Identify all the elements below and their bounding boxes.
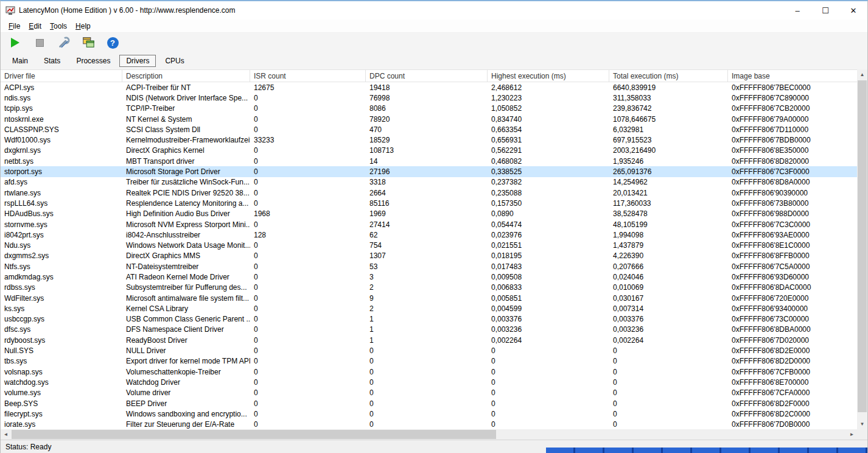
table-row[interactable]: filecrypt.sysWindows sandboxing and encr…	[1, 409, 857, 419]
views-button[interactable]	[81, 35, 96, 50]
table-row[interactable]: tcpip.sysTCP/IP-Treiber080861,050852239,…	[1, 104, 857, 114]
table-row[interactable]: Ndu.sysWindows Network Data Usage Monit.…	[1, 240, 857, 250]
drivers-table: Driver fileDescriptionISR countDPC count…	[1, 69, 857, 429]
table-row[interactable]: HDAudBus.sysHigh Definition Audio Bus Dr…	[1, 209, 857, 219]
table-cell: 2664	[366, 189, 488, 197]
table-row[interactable]: rdyboost.sysReadyBoost Driver010,0022640…	[1, 335, 857, 345]
horizontal-scrollbar[interactable]: ◄ ►	[1, 429, 857, 440]
column-header[interactable]: Total execution (ms)	[609, 70, 728, 82]
table-row[interactable]: WdFilter.sysMicrosoft antimalware file s…	[1, 293, 857, 303]
table-cell: 0,007314	[609, 304, 728, 313]
table-cell: 0,003236	[488, 325, 609, 334]
scroll-right-icon[interactable]: ►	[847, 429, 857, 440]
table-cell: 0	[250, 357, 366, 365]
menu-item-help[interactable]: Help	[71, 21, 95, 32]
table-row[interactable]: rspLLL64.sysResplendence Latency Monitor…	[1, 198, 857, 208]
table-cell: Resplendence Latency Monitoring a...	[122, 199, 250, 208]
column-header[interactable]: Highest execution (ms)	[488, 70, 609, 82]
table-cell: ntoskrnl.exe	[1, 115, 122, 124]
table-row[interactable]: dxgkrnl.sysDirectX Graphics Kernel010871…	[1, 146, 857, 156]
table-row[interactable]: rdbss.sysSubsystemtreiber für Pufferung …	[1, 283, 857, 293]
column-header[interactable]: Driver file	[1, 70, 122, 82]
close-button[interactable]: ✕	[839, 1, 867, 19]
tab-cpus[interactable]: CPUs	[158, 55, 191, 67]
table-header: Driver fileDescriptionISR countDPC count…	[1, 69, 857, 82]
table-cell: 0	[250, 178, 366, 186]
table-cell: 0,663354	[488, 125, 609, 134]
tab-processes[interactable]: Processes	[69, 55, 117, 67]
horizontal-scrollbar-thumb[interactable]	[12, 430, 496, 439]
table-row[interactable]: i8042prt.sysi8042-Anschlusstreiber128620…	[1, 230, 857, 240]
menu-item-edit[interactable]: Edit	[24, 21, 46, 32]
table-row[interactable]: dxgmms2.sysDirectX Graphics MMS013070,01…	[1, 251, 857, 261]
tools-button[interactable]	[57, 35, 71, 50]
column-header[interactable]: Description	[122, 70, 250, 82]
table-cell: 9	[366, 294, 488, 303]
table-row[interactable]: Ntfs.sysNT-Dateisystemtreiber0530,017483…	[1, 261, 857, 272]
table-cell: 0	[250, 167, 366, 176]
table-cell: rtwlane.sys	[1, 189, 122, 197]
tab-drivers[interactable]: Drivers	[119, 55, 156, 67]
table-cell: ReadyBoost Driver	[122, 336, 250, 345]
table-cell: 0	[488, 388, 609, 397]
table-cell: 1,050852	[488, 104, 609, 113]
table-row[interactable]: afd.sysTreiber für zusätzliche WinSock-F…	[1, 177, 857, 188]
scroll-down-icon[interactable]: ▼	[857, 419, 867, 429]
table-cell: 1,230223	[488, 94, 609, 102]
table-cell: 0	[250, 368, 366, 376]
start-button[interactable]	[8, 35, 23, 50]
table-row[interactable]: ks.sysKernel CSA Library020,0045990,0073…	[1, 303, 857, 314]
table-row[interactable]: watchdog.sysWatchdog Driver00000xFFFFF80…	[1, 377, 857, 387]
table-row[interactable]: netbt.sysMBT Transport driver0140,468082…	[1, 156, 857, 166]
stop-button[interactable]	[32, 35, 47, 50]
table-cell: 0,207666	[609, 262, 728, 271]
minimize-button[interactable]: –	[783, 1, 811, 19]
table-cell: rdbss.sys	[1, 283, 122, 292]
table-row[interactable]: Beep.SYSBEEP Driver00000xFFFFF806'8D2F00…	[1, 398, 857, 409]
vertical-scrollbar-thumb[interactable]	[858, 80, 867, 412]
table-row[interactable]: storport.sysMicrosoft Storage Port Drive…	[1, 166, 857, 177]
vertical-scrollbar[interactable]: ▲ ▼	[857, 69, 867, 429]
table-row[interactable]: volume.sysVolume driver00000xFFFFF806'7C…	[1, 388, 857, 398]
table-cell: 0	[366, 378, 488, 387]
table-row[interactable]: rtwlane.sysRealtek PCIE NDIS Driver 9252…	[1, 188, 857, 198]
column-header[interactable]: DPC count	[366, 70, 488, 82]
help-button[interactable]: ?	[105, 35, 120, 50]
maximize-button[interactable]: ☐	[811, 1, 839, 19]
column-header[interactable]: ISR count	[250, 70, 366, 82]
table-row[interactable]: stornvme.sysMicrosoft NVM Express Storpo…	[1, 219, 857, 230]
table-cell: 0,054474	[488, 220, 609, 229]
column-header[interactable]: Image base	[728, 70, 857, 82]
table-row[interactable]: usbccgp.sysUSB Common Class Generic Pare…	[1, 314, 857, 325]
scroll-left-icon[interactable]: ◄	[1, 429, 11, 440]
table-cell: 0	[250, 146, 366, 155]
table-cell: 0xFFFFF806'8FFB0000	[728, 251, 857, 260]
table-row[interactable]: volsnap.sysVolumeschattenkopie-Treiber00…	[1, 367, 857, 377]
table-row[interactable]: Null.SYSNULL Driver00000xFFFFF806'8D2E00…	[1, 345, 857, 356]
menu-item-file[interactable]: File	[4, 21, 24, 32]
table-row[interactable]: ACPI.sysACPI-Treiber für NT12675194182,4…	[1, 82, 857, 93]
table-cell: Volume driver	[122, 388, 250, 397]
table-row[interactable]: ndis.sysNDIS (Network Driver Interface S…	[1, 93, 857, 103]
menu-item-tools[interactable]: Tools	[46, 21, 71, 32]
table-row[interactable]: CLASSPNP.SYSSCSI Class System Dll04700,6…	[1, 124, 857, 135]
table-cell: 4,226390	[609, 251, 728, 260]
table-cell: 1968	[250, 209, 366, 218]
scroll-up-icon[interactable]: ▲	[857, 69, 867, 80]
table-cell: 1078,646675	[609, 115, 728, 124]
table-cell: 239,836742	[609, 104, 728, 113]
table-cell: SCSI Class System Dll	[122, 125, 250, 134]
table-cell: 1,437879	[609, 241, 728, 250]
table-cell: 0xFFFFF806'8E350000	[728, 146, 857, 155]
tab-main[interactable]: Main	[5, 55, 35, 67]
table-row[interactable]: tbs.sysExport driver for kernel mode TPM…	[1, 356, 857, 367]
tab-stats[interactable]: Stats	[37, 55, 67, 67]
table-cell: 0	[366, 357, 488, 365]
table-row[interactable]: iorate.sysFilter zur Steuerung der E/A-R…	[1, 420, 857, 430]
table-row[interactable]: amdkmdag.sysATI Radeon Kernel Mode Drive…	[1, 272, 857, 282]
table-row[interactable]: Wdf01000.sysKernelmodustreiber-Framework…	[1, 135, 857, 145]
table-cell: CLASSPNP.SYS	[1, 125, 122, 134]
table-cell: 0	[250, 104, 366, 113]
table-row[interactable]: dfsc.sysDFS Namespace Client Driver010,0…	[1, 325, 857, 335]
table-row[interactable]: ntoskrnl.exeNT Kernel & System0789200,83…	[1, 114, 857, 124]
